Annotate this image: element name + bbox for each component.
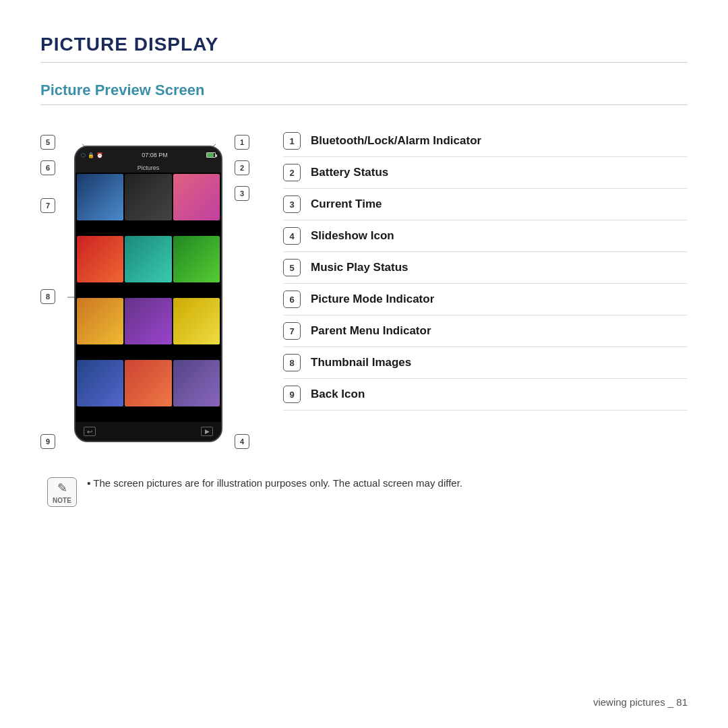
feature-item-8: 8Thumbnail Images — [283, 347, 688, 379]
feature-item-4: 4Slideshow Icon — [283, 220, 688, 252]
callout-7-left: 7 — [40, 198, 55, 213]
thumb-2 — [125, 174, 171, 220]
callout-2-right: 2 — [235, 160, 249, 175]
feature-num-6: 6 — [283, 291, 301, 308]
thumb-5 — [125, 236, 171, 282]
note-bullet: ▪ — [87, 477, 90, 489]
page-title: PICTURE DISPLAY — [40, 34, 688, 63]
status-bar: ⬡ 🔒 ⏰ 07:08 PM — [75, 147, 221, 163]
feature-item-2: 2Battery Status — [283, 157, 688, 189]
note-section: ✎ NOTE ▪ The screen pictures are for ill… — [40, 477, 688, 507]
thumb-4 — [77, 236, 123, 282]
callout-8-left: 8 — [40, 289, 55, 304]
page-number: viewing pictures _ 81 — [593, 696, 688, 708]
feature-num-4: 4 — [283, 227, 301, 245]
feature-list: 1Bluetooth/Lock/Alarm Indicator2Battery … — [283, 125, 688, 411]
note-content: ▪ The screen pictures are for illustrati… — [87, 477, 462, 489]
feature-label-7: Parent Menu Indicator — [311, 324, 431, 338]
time-display: 07:08 PM — [142, 152, 168, 158]
callout-4-right: 4 — [235, 434, 249, 449]
callout-1-right: 1 — [235, 135, 249, 150]
note-text: ▪ The screen pictures are for illustrati… — [87, 477, 462, 489]
thumb-11 — [125, 360, 171, 406]
feature-label-8: Thumbnail Images — [311, 356, 411, 369]
thumb-3 — [173, 174, 220, 220]
bottom-bar: ↩ ▶ — [75, 422, 221, 441]
callout-6-left: 6 — [40, 160, 55, 175]
feature-num-9: 9 — [283, 386, 301, 403]
feature-num-8: 8 — [283, 354, 301, 371]
feature-label-3: Current Time — [311, 198, 382, 211]
callout-9-left: 9 — [40, 434, 55, 449]
thumb-12 — [173, 360, 220, 406]
play-button: ▶ — [201, 427, 213, 436]
feature-label-1: Bluetooth/Lock/Alarm Indicator — [311, 134, 481, 148]
callout-3-right: 3 — [235, 186, 249, 201]
feature-num-7: 7 — [283, 322, 301, 340]
thumb-9 — [173, 298, 220, 344]
feature-item-6: 6Picture Mode Indicator — [283, 284, 688, 315]
thumb-10 — [77, 360, 123, 406]
pictures-label: Pictures — [75, 163, 221, 173]
feature-label-5: Music Play Status — [311, 261, 408, 274]
feature-item-5: 5Music Play Status — [283, 252, 688, 284]
note-label: NOTE — [53, 497, 71, 504]
feature-num-1: 1 — [283, 132, 301, 150]
device-diagram: 1 2 3 4 5 6 7 8 9 ⬡ — [40, 125, 256, 456]
thumb-8 — [125, 298, 171, 344]
feature-label-6: Picture Mode Indicator — [311, 293, 434, 306]
back-button: ↩ — [84, 427, 96, 436]
feature-item-9: 9Back Icon — [283, 379, 688, 411]
thumbnail-grid — [75, 173, 221, 422]
callout-5-left: 5 — [40, 135, 55, 150]
feature-num-5: 5 — [283, 259, 301, 276]
thumb-6 — [173, 236, 220, 282]
feature-num-2: 2 — [283, 164, 301, 181]
note-body: The screen pictures are for illustration… — [93, 477, 462, 489]
feature-num-3: 3 — [283, 195, 301, 213]
feature-item-7: 7Parent Menu Indicator — [283, 315, 688, 347]
feature-item-3: 3Current Time — [283, 189, 688, 220]
thumb-7 — [77, 298, 123, 344]
feature-item-1: 1Bluetooth/Lock/Alarm Indicator — [283, 125, 688, 157]
feature-label-4: Slideshow Icon — [311, 229, 394, 243]
device-mockup: ⬡ 🔒 ⏰ 07:08 PM Pictures — [74, 146, 222, 442]
note-pencil-icon: ✎ — [57, 481, 67, 495]
note-icon: ✎ NOTE — [47, 477, 77, 507]
section-title: Picture Preview Screen — [40, 82, 688, 105]
feature-label-9: Back Icon — [311, 388, 365, 401]
feature-label-2: Battery Status — [311, 166, 388, 179]
thumb-1 — [77, 174, 123, 220]
